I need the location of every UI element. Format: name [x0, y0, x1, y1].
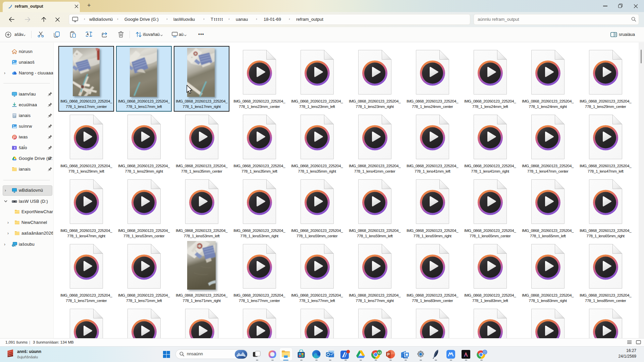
svg-text:P: P	[387, 352, 389, 356]
svg-text:SJ: SJ	[378, 351, 381, 354]
